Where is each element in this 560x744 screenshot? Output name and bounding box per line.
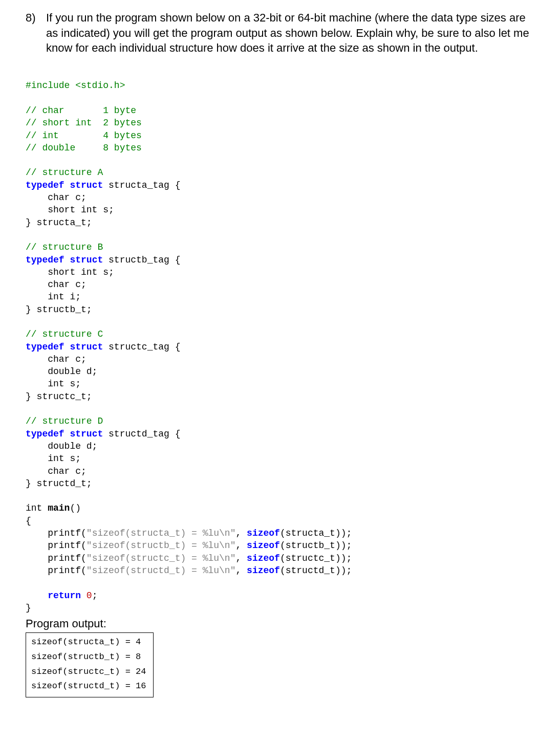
printf-3-pre: printf( [26,553,87,563]
main-sig-type: int [26,503,48,513]
output-label: Program output: [26,616,534,631]
struct-d-name: structd_tag [109,429,169,439]
sizeof-keyword: sizeof [247,540,280,551]
struct-c-member-3: int s; [26,379,81,389]
printf-1-mid: , [235,528,247,538]
main-sig-parens: () [70,503,81,513]
main-close: } [26,603,31,613]
question-number: 8) [26,10,46,26]
struct-b-name: structb_tag [109,255,169,265]
return-value: 0 [87,590,92,601]
struct-keyword: struct [70,255,103,265]
struct-a-comment: // structure A [26,167,103,178]
printf-2-arg: (structb_t)); [280,540,352,551]
open-brace: { [169,429,181,439]
struct-d-member-1: double d; [26,441,97,451]
struct-b-member-2: char c; [26,279,87,290]
struct-c-member-2: double d; [26,366,97,377]
printf-4-pre: printf( [26,565,87,576]
typedef-keyword: typedef [26,429,64,439]
sizeof-keyword: sizeof [247,553,280,563]
sizeof-keyword: sizeof [247,565,280,576]
return-semi: ; [92,590,98,601]
open-brace: { [169,255,181,265]
main-name: main [48,503,70,513]
open-brace: { [169,180,181,190]
struct-b-member-3: int i; [26,292,81,302]
printf-4-mid: , [235,565,247,576]
struct-keyword: struct [70,342,103,352]
printf-1-str: "sizeof(structa_t) = %lu\n" [87,528,236,538]
struct-b-comment: // structure B [26,242,103,252]
output-line-4: sizeof(structd_t) = 16 [31,681,146,691]
printf-4-str: "sizeof(structd_t) = %lu\n" [87,565,236,576]
output-line-3: sizeof(structc_t) = 24 [31,667,146,676]
struct-d-member-2: int s; [26,453,81,464]
return-keyword: return [48,590,81,601]
typedef-keyword: typedef [26,180,64,190]
size-comment-char: // char 1 byte [26,105,136,116]
main-open: { [26,516,31,526]
open-brace: { [169,342,181,352]
printf-2-pre: printf( [26,540,87,551]
size-comment-double: // double 8 bytes [26,143,142,153]
printf-1-pre: printf( [26,528,87,538]
size-comment-short: // short int 2 bytes [26,118,142,128]
printf-3-str: "sizeof(structc_t) = %lu\n" [87,553,236,563]
printf-2-str: "sizeof(structb_t) = %lu\n" [87,540,236,551]
return-space [81,590,87,601]
struct-keyword: struct [70,429,103,439]
sizeof-keyword: sizeof [247,528,280,538]
struct-d-close: } structd_t; [26,478,92,489]
code-block: #include <stdio.h> // char 1 byte // sho… [26,67,534,614]
printf-2-mid: , [235,540,247,551]
output-line-2: sizeof(structb_t) = 8 [31,652,141,662]
struct-a-member-2: short int s; [26,205,114,215]
struct-d-member-3: char c; [26,466,87,476]
struct-b-member-1: short int s; [26,267,114,277]
typedef-keyword: typedef [26,342,64,352]
struct-a-name: structa_tag [109,180,169,190]
struct-c-name: structc_tag [109,342,169,352]
question-text: If you run the program shown below on a … [46,10,534,56]
printf-1-arg: (structa_t)); [280,528,352,538]
struct-c-member-1: char c; [26,354,87,364]
printf-4-arg: (structd_t)); [280,565,352,576]
include-directive: #include <stdio.h> [26,80,125,91]
struct-keyword: struct [70,180,103,190]
struct-a-member-1: char c; [26,192,87,203]
printf-3-arg: (structc_t)); [280,553,352,563]
typedef-keyword: typedef [26,255,64,265]
size-comment-int: // int 4 bytes [26,130,142,141]
struct-d-comment: // structure D [26,416,103,426]
output-box: sizeof(structa_t) = 4 sizeof(structb_t) … [26,632,154,698]
question-row: 8) If you run the program shown below on… [26,10,534,56]
printf-3-mid: , [235,553,247,563]
struct-a-close: } structa_t; [26,217,92,228]
struct-c-close: } structc_t; [26,391,92,402]
struct-b-close: } structb_t; [26,304,92,315]
output-line-1: sizeof(structa_t) = 4 [31,637,141,647]
struct-c-comment: // structure C [26,329,103,339]
